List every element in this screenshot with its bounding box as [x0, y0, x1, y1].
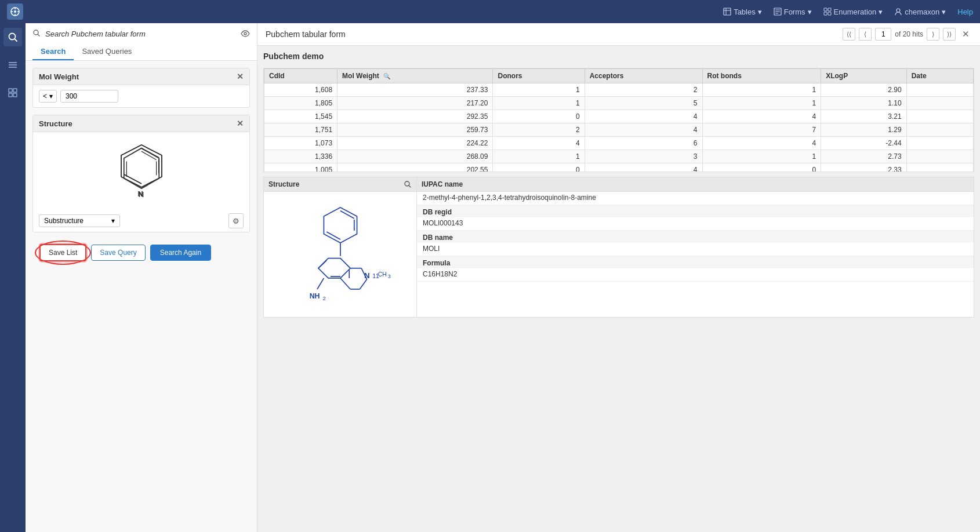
save-list-button[interactable]: Save List	[39, 244, 86, 261]
svg-rect-16	[828, 12, 831, 15]
svg-rect-24	[13, 89, 17, 92]
save-list-circle: Save List	[39, 244, 86, 261]
structure-close[interactable]: ✕	[237, 119, 244, 128]
svg-line-55	[340, 278, 350, 289]
search-panel-body: Mol Weight ✕ < ▾ Structure ✕	[26, 61, 257, 532]
structure-molecule-image[interactable]: N 11 CH 3 NH 2	[264, 192, 416, 317]
svg-rect-14	[828, 8, 831, 11]
last-page-btn[interactable]: ⟩⟩	[943, 28, 956, 41]
tab-search[interactable]: Search	[32, 43, 74, 60]
mol-weight-close[interactable]: ✕	[237, 72, 244, 81]
col-donors[interactable]: Donors	[493, 69, 585, 83]
svg-text:2: 2	[322, 295, 325, 301]
search-panel-header: Search Pubchem tabular form Search Saved…	[26, 23, 257, 61]
col-cdid[interactable]: CdId	[264, 69, 337, 83]
bottom-split: Structure	[263, 177, 974, 318]
right-panel: Pubchem tabular form ⟨⟨ ⟨ of 20 hits ⟩ ⟩…	[257, 23, 980, 532]
sidebar-plugin-btn[interactable]	[3, 83, 22, 102]
svg-rect-13	[824, 8, 827, 11]
svg-line-19	[14, 39, 17, 41]
help-link[interactable]: Help	[957, 8, 973, 16]
search-panel: Search Pubchem tabular form Search Saved…	[26, 23, 257, 532]
iupac-row: 2-methyl-4-phenyl-1,2,3,4-tetrahydroisoq…	[417, 192, 974, 205]
svg-line-28	[38, 34, 39, 36]
table-header-row: CdId Mol Weight 🔍 Donors Acceptors Rot b…	[264, 69, 974, 83]
structure-settings-btn[interactable]: ⚙	[228, 213, 244, 228]
table-row[interactable]: 1,005202.550402.33	[264, 163, 974, 173]
close-panel-btn[interactable]: ✕	[959, 28, 972, 41]
svg-point-29	[244, 32, 246, 35]
search-panel-title: Search Pubchem tabular form	[45, 30, 146, 38]
db-regid-row: DB regid MOLI000143	[417, 205, 974, 231]
table-icon	[723, 8, 731, 16]
col-molweight[interactable]: Mol Weight 🔍	[337, 69, 493, 83]
svg-marker-42	[324, 207, 357, 243]
table-row[interactable]: 1,751259.732471.29	[264, 123, 974, 137]
svg-point-1	[14, 10, 16, 13]
col-date[interactable]: Date	[906, 69, 973, 83]
table-row[interactable]: 1,336268.091312.73	[264, 150, 974, 163]
sidebar-search-btn[interactable]	[3, 28, 22, 46]
enumeration-menu[interactable]: Enumeration ▾	[823, 8, 883, 16]
topbar-menu: Tables ▾ Forms ▾ Enumeration ▾	[723, 8, 973, 16]
mol-weight-body: < ▾	[33, 85, 249, 107]
demo-title: Pubchem demo	[263, 52, 974, 61]
structure-header: Structure ✕	[33, 115, 249, 132]
enumeration-icon	[823, 8, 832, 16]
info-result-panel: IUPAC name 2-methyl-4-phenyl-1,2,3,4-tet…	[417, 177, 974, 318]
right-panel-header: Pubchem tabular form ⟨⟨ ⟨ of 20 hits ⟩ ⟩…	[257, 23, 980, 46]
results-area: Pubchem demo CdId Mol Weight 🔍 Donors Ac…	[257, 46, 980, 532]
db-name-label: DB name	[417, 231, 974, 243]
sidebar	[0, 23, 26, 532]
page-number-input[interactable]	[875, 28, 891, 41]
save-query-button[interactable]: Save Query	[91, 245, 145, 261]
data-table-container: CdId Mol Weight 🔍 Donors Acceptors Rot b…	[263, 68, 974, 172]
table-row[interactable]: 1,608237.331212.90	[264, 83, 974, 97]
iupac-header: IUPAC name	[417, 177, 974, 192]
table-row[interactable]: 1,545292.350443.21	[264, 110, 974, 123]
search-again-button[interactable]: Search Again	[150, 245, 211, 261]
result-molecule-svg: N 11 CH 3 NH 2	[277, 196, 404, 312]
svg-rect-15	[824, 12, 827, 15]
eye-icon[interactable]	[241, 30, 250, 39]
mol-weight-header: Mol Weight ✕	[33, 68, 249, 85]
table-row[interactable]: 1,805217.201511.10	[264, 97, 974, 110]
tab-saved-queries[interactable]: Saved Queries	[74, 43, 140, 60]
formula-row: Formula C16H18N2	[417, 256, 974, 282]
forms-menu[interactable]: Forms ▾	[774, 8, 812, 16]
db-name-row: DB name MOLI	[417, 231, 974, 256]
user-icon	[894, 8, 902, 16]
table-row[interactable]: 1,073224.22464-2.44	[264, 137, 974, 150]
search-tabs: Search Saved Queries	[32, 43, 250, 60]
topbar: Tables ▾ Forms ▾ Enumeration ▾	[0, 0, 980, 23]
structure-search-icon[interactable]	[404, 180, 412, 188]
mol-weight-operator-select[interactable]: < ▾	[39, 90, 57, 103]
col-acceptors[interactable]: Acceptors	[585, 69, 702, 83]
structure-drawing-area[interactable]: N N	[33, 132, 249, 210]
svg-rect-23	[9, 89, 12, 92]
mol-weight-input[interactable]	[60, 90, 118, 103]
results-table: CdId Mol Weight 🔍 Donors Acceptors Rot b…	[264, 68, 974, 172]
structure-result-panel: Structure	[263, 177, 417, 318]
next-page-btn[interactable]: ⟩	[927, 28, 939, 41]
col-rotbonds[interactable]: Rot bonds	[702, 69, 821, 83]
svg-text:N: N	[364, 271, 369, 280]
pyridine-drawing: N	[112, 139, 170, 203]
pagination-controls: ⟨⟨ ⟨ of 20 hits ⟩ ⟩⟩ ✕	[843, 28, 972, 41]
svg-line-60	[317, 278, 324, 289]
col-xlogp[interactable]: XLogP	[821, 69, 906, 83]
iupac-value: 2-methyl-4-phenyl-1,2,3,4-tetrahydroisoq…	[417, 192, 974, 205]
tables-menu[interactable]: Tables ▾	[723, 8, 762, 16]
prev-page-btn[interactable]: ⟨	[859, 28, 872, 41]
user-menu[interactable]: chemaxon ▾	[894, 8, 946, 16]
main-layout: Search Pubchem tabular form Search Saved…	[0, 23, 980, 532]
table-body: 1,608237.331212.901,805217.201511.101,54…	[264, 83, 974, 173]
first-page-btn[interactable]: ⟨⟨	[843, 28, 855, 41]
app-logo	[7, 3, 23, 20]
svg-line-41	[409, 185, 411, 187]
svg-rect-6	[724, 8, 731, 15]
svg-marker-35	[124, 148, 159, 189]
sidebar-menu-btn[interactable]	[3, 56, 22, 74]
substructure-type-select[interactable]: Substructure ▾	[39, 214, 120, 227]
db-name-value: MOLI	[417, 243, 974, 256]
